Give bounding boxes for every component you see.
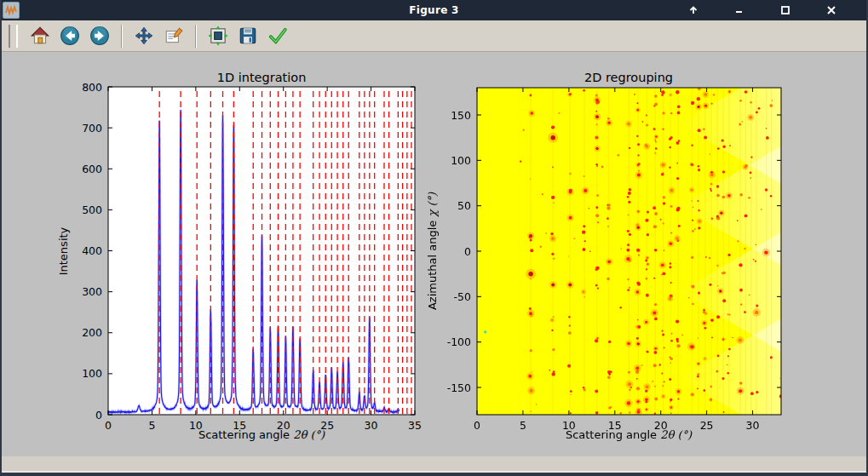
statusbar — [2, 456, 866, 471]
y-tick-label: 400 — [82, 244, 102, 257]
y-tick-label: 200 — [82, 326, 102, 339]
maximize-button[interactable] — [779, 4, 791, 16]
y-tick-label: 700 — [82, 122, 102, 135]
window-left-border — [0, 0, 2, 476]
y-tick-label: 100 — [82, 367, 102, 380]
plot2-axes[interactable]: 051015202530-150-100-50050100150 — [422, 68, 822, 447]
toolbar-drag-handle[interactable] — [9, 25, 18, 48]
plot2-frame — [477, 88, 781, 415]
back-button[interactable] — [57, 23, 83, 49]
y-tick-label: 600 — [82, 163, 102, 175]
y-tick-label: 0 — [464, 245, 471, 258]
edit-parameters-button[interactable] — [161, 23, 187, 49]
x-tick-label: 35 — [408, 419, 422, 432]
minimize-button[interactable] — [733, 4, 745, 16]
figure-toolbar — [2, 20, 866, 52]
plot1-xlabel: Scattering angle 2θ (°) — [134, 428, 389, 441]
y-tick-label: 800 — [82, 81, 102, 94]
forward-icon — [89, 26, 110, 46]
save-button[interactable] — [235, 23, 261, 49]
check-icon — [267, 26, 288, 46]
edit-parameters-icon — [164, 26, 184, 46]
home-icon — [30, 26, 50, 46]
plot1-axes[interactable]: 051015202530350100200300400500600700800 — [49, 68, 432, 447]
y-tick-label: -100 — [447, 335, 471, 348]
y-tick-label: -150 — [447, 381, 471, 394]
y-tick-label: 0 — [95, 409, 102, 422]
plot2-ylabel: Azimuthal angle χ (°) — [426, 166, 440, 336]
save-icon — [238, 26, 258, 46]
configure-subplots-button[interactable] — [205, 23, 231, 49]
close-button[interactable] — [825, 4, 837, 16]
plot2-xlabel: Scattering angle 2θ (°) — [501, 428, 756, 441]
window-bottom-border — [0, 473, 868, 476]
toolbar-separator — [121, 25, 123, 48]
titlebar[interactable]: Figure 3 — [0, 0, 868, 20]
y-tick-label: 50 — [457, 199, 471, 212]
x-tick-label: 0 — [474, 419, 480, 432]
pan-button[interactable] — [131, 23, 157, 49]
y-tick-label: 300 — [82, 285, 102, 298]
plot1-ylabel: Intensity — [57, 166, 71, 336]
home-button[interactable] — [27, 23, 53, 49]
y-tick-label: 150 — [451, 109, 471, 122]
toolbar-separator — [195, 25, 197, 48]
forward-button[interactable] — [87, 23, 112, 49]
y-tick-label: 100 — [451, 154, 471, 167]
back-icon — [60, 26, 80, 46]
y-tick-label: -50 — [454, 290, 471, 303]
rollup-button[interactable] — [687, 4, 699, 16]
configure-subplots-icon — [208, 26, 228, 46]
x-tick-label: 0 — [105, 419, 112, 432]
pan-icon — [134, 26, 154, 46]
y-tick-label: 500 — [82, 204, 102, 216]
window-controls — [687, 0, 837, 20]
apply-check-button[interactable] — [265, 23, 290, 49]
